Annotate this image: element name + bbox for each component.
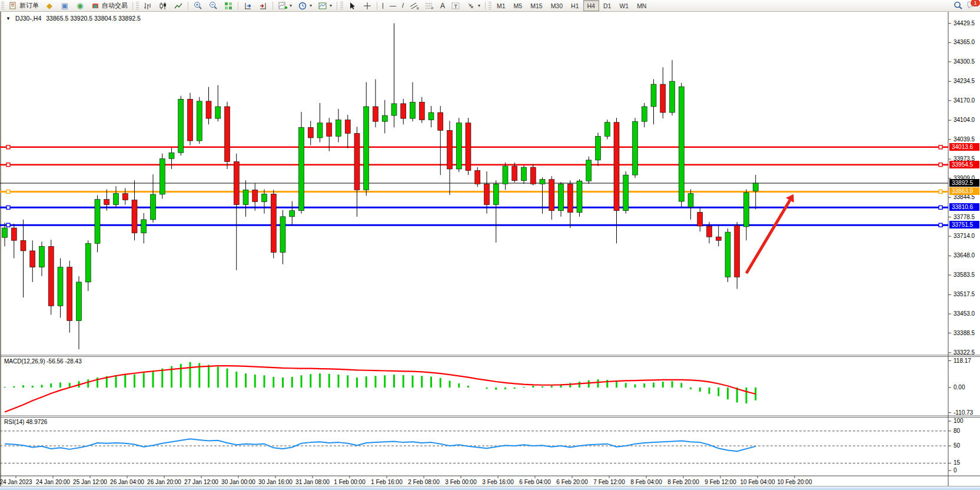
candle-bull[interactable] [85, 243, 91, 282]
candle-bear[interactable] [438, 112, 443, 130]
candle-bear[interactable] [549, 180, 554, 211]
candle-bear[interactable] [225, 107, 230, 161]
candle-bull[interactable] [623, 175, 629, 211]
toolbar-grip[interactable] [1, 2, 4, 10]
candle-bull[interactable] [197, 101, 202, 141]
indicators-button[interactable]: ▾ [275, 0, 295, 12]
candle-bull[interactable] [39, 246, 45, 267]
candle-bull[interactable] [586, 160, 592, 181]
price-tag-33810.6[interactable]: 33810.6 [949, 203, 979, 211]
candle-bull[interactable] [215, 107, 221, 118]
candle-bear[interactable] [707, 226, 712, 237]
candle-bull[interactable] [2, 228, 8, 237]
candle-bear[interactable] [188, 99, 193, 141]
tile-windows-button[interactable] [221, 0, 236, 12]
signals-button[interactable]: ◉ [72, 0, 88, 12]
timeframe-button-M5[interactable]: M5 [510, 0, 527, 11]
fibonacci-button[interactable]: F [422, 0, 437, 12]
candle-bull[interactable] [540, 180, 545, 184]
line-handle[interactable] [6, 145, 10, 149]
candle-bear[interactable] [401, 104, 406, 118]
candle-bear[interactable] [373, 107, 378, 121]
candle-bull[interactable] [725, 232, 730, 277]
line-handle[interactable] [939, 145, 942, 149]
candle-bull[interactable] [559, 184, 564, 210]
candle-bull[interactable] [642, 107, 647, 121]
candle-bull[interactable] [336, 120, 341, 137]
timeframe-button-D1[interactable]: D1 [599, 0, 615, 11]
candle-bear[interactable] [530, 167, 536, 184]
equidistant-channel-button[interactable]: E [407, 0, 422, 12]
price-tag-33751.5[interactable]: 33751.5 [949, 221, 979, 229]
candle-bear[interactable] [234, 161, 239, 204]
candle-bull[interactable] [744, 193, 749, 227]
candle-bull[interactable] [243, 190, 248, 204]
candle-bull[interactable] [604, 122, 610, 137]
candle-bull[interactable] [178, 99, 184, 153]
timeframe-button-H4[interactable]: H4 [583, 0, 599, 11]
candle-bear[interactable] [122, 193, 128, 200]
candle-bull[interactable] [651, 84, 656, 107]
candle-bull[interactable] [77, 282, 82, 321]
periods-button[interactable]: ▾ [295, 0, 315, 12]
candle-bull[interactable] [151, 194, 156, 220]
new-order-button[interactable]: 新订单 [5, 0, 42, 12]
candle-bull[interactable] [290, 211, 295, 217]
auto-scroll-button[interactable] [240, 0, 255, 12]
line-chart-button[interactable] [171, 0, 186, 12]
candle-bear[interactable] [132, 200, 137, 233]
candle-bull[interactable] [688, 193, 693, 207]
candle-bear[interactable] [11, 228, 16, 240]
vertical-line-button[interactable]: | [379, 0, 387, 12]
quotes-button[interactable]: ◆ [42, 0, 57, 12]
candle-bull[interactable] [503, 166, 508, 184]
candle-bear[interactable] [484, 184, 490, 204]
line-handle[interactable] [939, 163, 942, 167]
price-tag-33954.5[interactable]: 33954.5 [949, 161, 979, 168]
chart-shift-button[interactable] [255, 0, 271, 12]
candle-bull[interactable] [280, 217, 285, 253]
candle-bear[interactable] [206, 101, 211, 118]
toolbar-grip[interactable] [340, 2, 343, 10]
candle-bull[interactable] [521, 167, 527, 181]
candle-bear[interactable] [735, 226, 740, 277]
candle-bull[interactable] [753, 183, 758, 191]
candle-bear[interactable] [614, 122, 619, 211]
chart-canvas[interactable] [0, 12, 980, 486]
templates-button[interactable]: ▾ [315, 0, 335, 12]
candle-bull[interactable] [169, 153, 174, 158]
toolbar-grip[interactable] [489, 2, 491, 10]
candle-bull[interactable] [299, 127, 304, 210]
candle-bear[interactable] [716, 237, 721, 240]
candle-bear[interactable] [345, 120, 350, 134]
toolbar-grip[interactable] [136, 2, 139, 10]
candlestick-chart-button[interactable] [155, 0, 171, 12]
text-label-button[interactable]: T [448, 0, 463, 12]
candle-bear[interactable] [30, 251, 35, 267]
candle-bear[interactable] [660, 84, 666, 112]
zoom-out-button[interactable] [205, 0, 221, 12]
line-handle[interactable] [6, 190, 10, 193]
candle-bull[interactable] [596, 136, 601, 160]
price-tag-34013.6[interactable]: 34013.6 [949, 143, 979, 151]
bar-chart-button[interactable] [140, 0, 155, 12]
candle-bear[interactable] [104, 200, 109, 205]
line-handle[interactable] [6, 163, 10, 167]
arrows-button[interactable]: ▾ [463, 0, 483, 12]
candle-bull[interactable] [95, 200, 100, 244]
timeframe-button-M15[interactable]: M15 [526, 0, 546, 11]
candle-bull[interactable] [428, 112, 434, 120]
candle-bear[interactable] [253, 190, 258, 201]
candle-bull[interactable] [391, 104, 397, 115]
candle-bear[interactable] [475, 171, 480, 184]
candle-bull[interactable] [633, 121, 638, 175]
autotrade-button[interactable]: 自动交易 [88, 0, 131, 12]
candle-bear[interactable] [21, 240, 26, 251]
candle-bull[interactable] [364, 107, 369, 190]
candle-bull[interactable] [670, 81, 675, 112]
line-handle[interactable] [939, 223, 942, 227]
candle-bull[interactable] [577, 181, 582, 213]
candle-bear[interactable] [48, 246, 54, 306]
candle-bull[interactable] [493, 184, 499, 204]
candle-bull[interactable] [262, 194, 267, 201]
